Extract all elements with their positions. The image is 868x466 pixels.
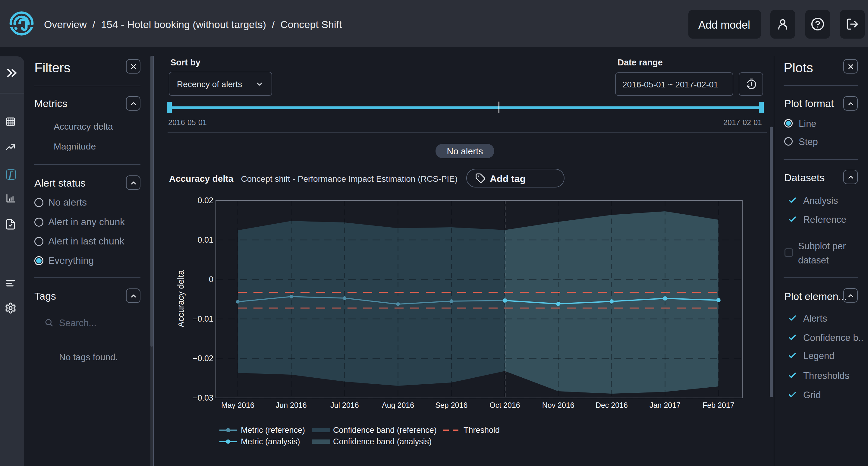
svg-text:Confidence band (analysis): Confidence band (analysis) bbox=[333, 437, 432, 446]
svg-text:May 2016: May 2016 bbox=[221, 401, 254, 409]
svg-text:Feb 2017: Feb 2017 bbox=[703, 401, 735, 409]
svg-text:−0.02: −0.02 bbox=[193, 354, 213, 363]
svg-text:0: 0 bbox=[209, 275, 213, 284]
svg-text:−0.01: −0.01 bbox=[193, 314, 213, 323]
svg-text:Confidence band (reference): Confidence band (reference) bbox=[333, 426, 437, 435]
svg-text:Jun 2016: Jun 2016 bbox=[276, 401, 307, 409]
svg-text:Jan 2017: Jan 2017 bbox=[650, 401, 681, 409]
svg-text:Sep 2016: Sep 2016 bbox=[435, 401, 467, 409]
svg-text:Nov 2016: Nov 2016 bbox=[542, 401, 575, 409]
svg-text:Threshold: Threshold bbox=[464, 426, 500, 435]
svg-text:0.02: 0.02 bbox=[197, 196, 213, 205]
svg-text:0.01: 0.01 bbox=[197, 236, 213, 244]
svg-text:Metric (reference): Metric (reference) bbox=[241, 426, 305, 435]
svg-text:Aug 2016: Aug 2016 bbox=[382, 401, 414, 409]
svg-text:Dec 2016: Dec 2016 bbox=[595, 401, 628, 409]
svg-text:Jul 2016: Jul 2016 bbox=[330, 401, 359, 409]
svg-text:Oct 2016: Oct 2016 bbox=[490, 401, 520, 409]
svg-text:Accuracy delta: Accuracy delta bbox=[176, 270, 186, 327]
svg-text:−0.03: −0.03 bbox=[193, 393, 213, 402]
svg-text:Metric (analysis): Metric (analysis) bbox=[241, 437, 300, 446]
